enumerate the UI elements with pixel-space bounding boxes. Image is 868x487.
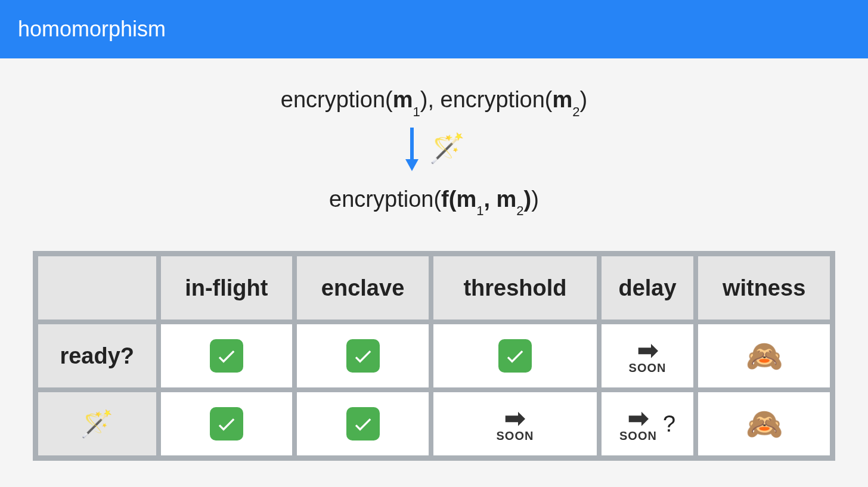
formula-block: encryption(m1), encryption(m2) 🪄 encrypt… — [33, 87, 835, 215]
comparison-table: in-flight enclave threshold delay witnes… — [33, 251, 835, 461]
main-content: encryption(m1), encryption(m2) 🪄 encrypt… — [0, 58, 868, 461]
see-no-evil-icon: 🙈 — [746, 407, 783, 441]
magic-wand-icon: 🪄 — [80, 409, 113, 438]
col-header-blank — [38, 256, 157, 320]
soon-badge: ➡SOON — [497, 406, 534, 442]
row-header: ready? — [38, 324, 157, 388]
soon-label: SOON — [497, 430, 534, 442]
table-cell: 🙈 — [698, 392, 830, 456]
enc-close-2: ) — [531, 187, 539, 212]
transform-arrow-row: 🪄 — [33, 125, 835, 172]
page-title: homomorphism — [18, 17, 166, 42]
table-cell — [160, 324, 293, 388]
table-body: ready?➡SOON🙈🪄➡SOON➡SOON?🙈 — [38, 324, 830, 456]
right-arrow-icon: ➡ — [628, 406, 649, 431]
m-var-1: m — [393, 87, 413, 112]
right-arrow-icon: ➡ — [637, 338, 658, 363]
col-header-enclave: enclave — [296, 256, 429, 320]
table-row: ready?➡SOON🙈 — [38, 324, 830, 388]
table-cell — [160, 392, 293, 456]
magic-wand-icon: 🪄 — [429, 134, 465, 163]
table-header-row: in-flight enclave threshold delay witnes… — [38, 256, 830, 320]
table-cell: ➡SOON — [601, 324, 694, 388]
check-icon — [210, 339, 243, 373]
table-cell: 🙈 — [698, 324, 830, 388]
m-var-2: m — [553, 87, 573, 112]
check-icon — [346, 339, 380, 373]
f-open: f( — [441, 187, 456, 212]
table-cell — [296, 392, 429, 456]
enc-sep: ), encryption( — [420, 87, 553, 112]
f-comma: , — [483, 187, 496, 212]
question-mark: ? — [663, 411, 675, 437]
header-bar: homomorphism — [0, 0, 868, 58]
f-close-paren: ) — [524, 187, 532, 212]
soon-badge: ➡SOON — [629, 338, 666, 374]
table-cell: ➡SOON — [433, 392, 597, 456]
table-row: 🪄➡SOON➡SOON?🙈 — [38, 392, 830, 456]
col-header-witness: witness — [698, 256, 830, 320]
sub-1b: 1 — [476, 203, 483, 218]
check-icon — [210, 407, 243, 441]
sub-2a: 2 — [572, 104, 579, 119]
soon-badge: ➡SOON? — [619, 406, 675, 442]
right-arrow-icon: ➡ — [504, 406, 525, 431]
see-no-evil-icon: 🙈 — [746, 339, 783, 373]
col-header-threshold: threshold — [433, 256, 597, 320]
m-var-3: m — [456, 187, 476, 212]
check-icon — [498, 339, 532, 373]
sub-1a: 1 — [413, 104, 420, 119]
m-var-4: m — [497, 187, 517, 212]
formula-line-2: encryption(f(m1, m2)) — [33, 187, 835, 216]
enc-prefix-2: encryption( — [329, 187, 441, 212]
comparison-table-wrap: in-flight enclave threshold delay witnes… — [33, 251, 835, 461]
col-header-in-flight: in-flight — [160, 256, 293, 320]
enc-close-1: ) — [580, 87, 588, 112]
table-cell: ➡SOON? — [601, 392, 694, 456]
soon-label: SOON — [619, 430, 657, 442]
row-header: 🪄 — [38, 392, 157, 456]
col-header-delay: delay — [601, 256, 694, 320]
table-cell — [433, 324, 597, 388]
down-arrow-icon — [403, 125, 421, 172]
svg-marker-1 — [405, 159, 418, 171]
enc-prefix-1: encryption( — [281, 87, 393, 112]
soon-label: SOON — [629, 362, 666, 374]
check-icon — [346, 407, 380, 441]
table-cell — [296, 324, 429, 388]
sub-2b: 2 — [516, 203, 523, 218]
formula-line-1: encryption(m1), encryption(m2) — [33, 87, 835, 116]
